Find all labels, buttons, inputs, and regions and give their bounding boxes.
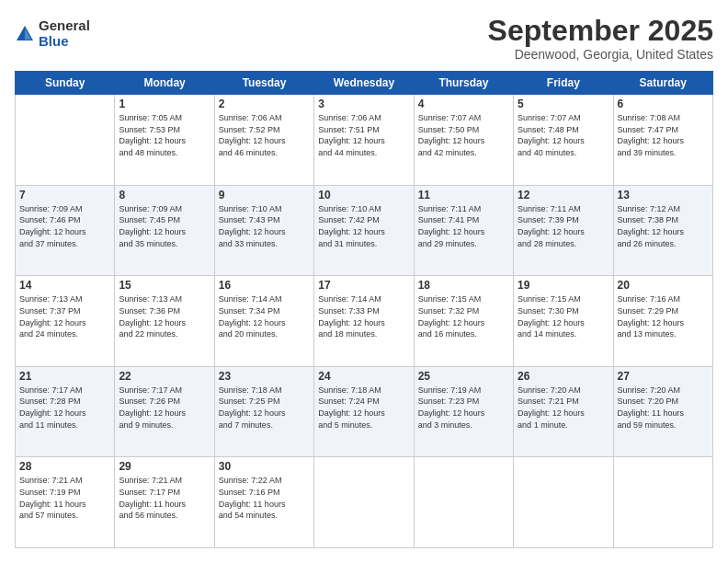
day-number: 24: [318, 370, 409, 383]
col-saturday: Saturday: [613, 72, 712, 95]
table-cell: 28Sunrise: 7:21 AM Sunset: 7:19 PM Dayli…: [16, 457, 115, 548]
table-cell: 3Sunrise: 7:06 AM Sunset: 7:51 PM Daylig…: [314, 95, 414, 186]
day-number: 13: [618, 189, 709, 201]
day-info: Sunrise: 7:06 AM Sunset: 7:51 PM Dayligh…: [318, 112, 409, 158]
day-number: 17: [318, 279, 409, 292]
day-info: Sunrise: 7:13 AM Sunset: 7:37 PM Dayligh…: [19, 293, 110, 339]
table-cell: [414, 457, 513, 548]
table-cell: 17Sunrise: 7:14 AM Sunset: 7:33 PM Dayli…: [314, 276, 414, 367]
day-info: Sunrise: 7:06 AM Sunset: 7:52 PM Dayligh…: [219, 112, 310, 158]
title-section: September 2025 Deenwood, Georgia, United…: [488, 15, 713, 62]
table-cell: 6Sunrise: 7:08 AM Sunset: 7:47 PM Daylig…: [613, 95, 712, 186]
day-info: Sunrise: 7:16 AM Sunset: 7:29 PM Dayligh…: [618, 293, 709, 339]
day-info: Sunrise: 7:09 AM Sunset: 7:45 PM Dayligh…: [119, 203, 210, 249]
col-tuesday: Tuesday: [214, 72, 313, 95]
day-info: Sunrise: 7:19 AM Sunset: 7:23 PM Dayligh…: [418, 385, 509, 431]
day-number: 26: [518, 370, 609, 383]
day-info: Sunrise: 7:18 AM Sunset: 7:25 PM Dayligh…: [219, 385, 310, 431]
table-cell: 19Sunrise: 7:15 AM Sunset: 7:30 PM Dayli…: [514, 276, 613, 367]
day-info: Sunrise: 7:08 AM Sunset: 7:47 PM Dayligh…: [618, 112, 709, 158]
day-number: 29: [119, 460, 210, 473]
day-number: 8: [119, 189, 210, 201]
table-cell: 15Sunrise: 7:13 AM Sunset: 7:36 PM Dayli…: [115, 276, 214, 367]
day-number: 23: [219, 370, 310, 383]
table-cell: 10Sunrise: 7:10 AM Sunset: 7:42 PM Dayli…: [314, 185, 414, 276]
table-cell: 24Sunrise: 7:18 AM Sunset: 7:24 PM Dayli…: [314, 366, 414, 457]
table-cell: 22Sunrise: 7:17 AM Sunset: 7:26 PM Dayli…: [115, 366, 214, 457]
day-number: 11: [418, 189, 509, 201]
table-cell: 7Sunrise: 7:09 AM Sunset: 7:46 PM Daylig…: [16, 185, 115, 276]
table-cell: 23Sunrise: 7:18 AM Sunset: 7:25 PM Dayli…: [214, 366, 313, 457]
day-number: 20: [618, 279, 709, 292]
day-number: 14: [19, 279, 110, 292]
table-cell: 26Sunrise: 7:20 AM Sunset: 7:21 PM Dayli…: [514, 366, 613, 457]
day-info: Sunrise: 7:05 AM Sunset: 7:53 PM Dayligh…: [119, 112, 210, 158]
day-info: Sunrise: 7:17 AM Sunset: 7:26 PM Dayligh…: [119, 385, 210, 431]
col-sunday: Sunday: [16, 72, 115, 95]
calendar-week-row: 7Sunrise: 7:09 AM Sunset: 7:46 PM Daylig…: [16, 185, 713, 276]
day-number: 18: [418, 279, 509, 292]
day-number: 16: [219, 279, 310, 292]
table-cell: [613, 457, 712, 548]
day-number: 4: [418, 98, 509, 110]
day-number: 3: [318, 98, 409, 110]
logo-icon: [15, 24, 35, 44]
logo-blue: Blue: [39, 34, 90, 50]
table-cell: 27Sunrise: 7:20 AM Sunset: 7:20 PM Dayli…: [613, 366, 712, 457]
day-number: 15: [119, 279, 210, 292]
table-cell: 4Sunrise: 7:07 AM Sunset: 7:50 PM Daylig…: [414, 95, 513, 186]
col-monday: Monday: [115, 72, 214, 95]
day-number: 12: [518, 189, 609, 201]
day-info: Sunrise: 7:14 AM Sunset: 7:33 PM Dayligh…: [318, 293, 409, 339]
day-number: 27: [618, 370, 709, 383]
day-number: 10: [318, 189, 409, 201]
day-info: Sunrise: 7:15 AM Sunset: 7:30 PM Dayligh…: [518, 293, 609, 339]
table-cell: 11Sunrise: 7:11 AM Sunset: 7:41 PM Dayli…: [414, 185, 513, 276]
day-info: Sunrise: 7:14 AM Sunset: 7:34 PM Dayligh…: [219, 293, 310, 339]
day-number: 25: [418, 370, 509, 383]
table-cell: 18Sunrise: 7:15 AM Sunset: 7:32 PM Dayli…: [414, 276, 513, 367]
day-info: Sunrise: 7:15 AM Sunset: 7:32 PM Dayligh…: [418, 293, 509, 339]
day-number: 28: [19, 460, 110, 473]
day-number: 7: [19, 189, 110, 201]
table-cell: 2Sunrise: 7:06 AM Sunset: 7:52 PM Daylig…: [214, 95, 313, 186]
header-row: Sunday Monday Tuesday Wednesday Thursday…: [16, 72, 713, 95]
svg-marker-1: [25, 29, 31, 40]
calendar: Sunday Monday Tuesday Wednesday Thursday…: [15, 71, 713, 548]
calendar-week-row: 21Sunrise: 7:17 AM Sunset: 7:28 PM Dayli…: [16, 366, 713, 457]
day-number: 5: [518, 98, 609, 110]
table-cell: 5Sunrise: 7:07 AM Sunset: 7:48 PM Daylig…: [514, 95, 613, 186]
table-cell: 14Sunrise: 7:13 AM Sunset: 7:37 PM Dayli…: [16, 276, 115, 367]
table-cell: [314, 457, 414, 548]
table-cell: 9Sunrise: 7:10 AM Sunset: 7:43 PM Daylig…: [214, 185, 313, 276]
day-number: 9: [219, 189, 310, 201]
table-cell: [514, 457, 613, 548]
day-info: Sunrise: 7:20 AM Sunset: 7:20 PM Dayligh…: [618, 385, 709, 431]
day-number: 22: [119, 370, 210, 383]
calendar-week-row: 1Sunrise: 7:05 AM Sunset: 7:53 PM Daylig…: [16, 95, 713, 186]
day-info: Sunrise: 7:11 AM Sunset: 7:39 PM Dayligh…: [518, 203, 609, 249]
day-info: Sunrise: 7:21 AM Sunset: 7:19 PM Dayligh…: [19, 475, 110, 521]
table-cell: 30Sunrise: 7:22 AM Sunset: 7:16 PM Dayli…: [214, 457, 313, 548]
col-friday: Friday: [514, 72, 613, 95]
day-info: Sunrise: 7:07 AM Sunset: 7:48 PM Dayligh…: [518, 112, 609, 158]
logo: General Blue: [15, 18, 90, 49]
header: General Blue September 2025 Deenwood, Ge…: [15, 15, 713, 62]
col-thursday: Thursday: [414, 72, 513, 95]
day-number: 30: [219, 460, 310, 473]
day-number: 6: [618, 98, 709, 110]
logo-general: General: [39, 18, 90, 34]
day-info: Sunrise: 7:21 AM Sunset: 7:17 PM Dayligh…: [119, 475, 210, 521]
table-cell: 16Sunrise: 7:14 AM Sunset: 7:34 PM Dayli…: [214, 276, 313, 367]
day-info: Sunrise: 7:18 AM Sunset: 7:24 PM Dayligh…: [318, 385, 409, 431]
day-info: Sunrise: 7:11 AM Sunset: 7:41 PM Dayligh…: [418, 203, 509, 249]
day-info: Sunrise: 7:17 AM Sunset: 7:28 PM Dayligh…: [19, 385, 110, 431]
table-cell: 13Sunrise: 7:12 AM Sunset: 7:38 PM Dayli…: [613, 185, 712, 276]
day-info: Sunrise: 7:07 AM Sunset: 7:50 PM Dayligh…: [418, 112, 509, 158]
page: General Blue September 2025 Deenwood, Ge…: [0, 0, 728, 563]
day-info: Sunrise: 7:20 AM Sunset: 7:21 PM Dayligh…: [518, 385, 609, 431]
table-cell: 20Sunrise: 7:16 AM Sunset: 7:29 PM Dayli…: [613, 276, 712, 367]
day-info: Sunrise: 7:10 AM Sunset: 7:42 PM Dayligh…: [318, 203, 409, 249]
table-cell: 8Sunrise: 7:09 AM Sunset: 7:45 PM Daylig…: [115, 185, 214, 276]
day-number: 2: [219, 98, 310, 110]
